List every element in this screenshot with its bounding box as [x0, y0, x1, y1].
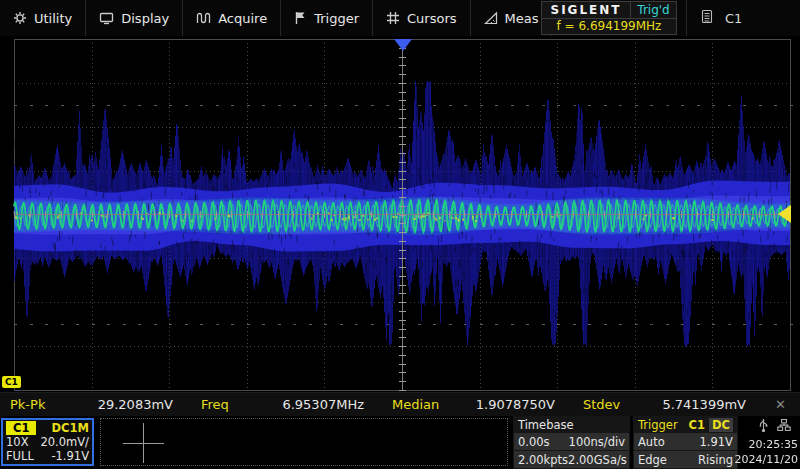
trigger-slope: Rising: [698, 453, 733, 467]
trigger-coupling: DC: [709, 418, 733, 432]
trigger-source: C1: [689, 418, 705, 432]
menu-label: Meas: [505, 11, 539, 26]
menu-utility[interactable]: Utility: [0, 0, 86, 36]
measurement-label: Pk-Pk: [10, 397, 45, 412]
frequency-counter: f = 6.694199MHz: [541, 19, 677, 36]
menu-label: Trigger: [314, 11, 359, 26]
active-channel-menu[interactable]: C1: [725, 11, 742, 26]
menu-cursors[interactable]: Cursors: [373, 0, 471, 36]
waveform-display-area: C1: [0, 36, 800, 392]
measurement-label: Median: [392, 397, 439, 412]
menu-acquire[interactable]: Acquire: [183, 0, 281, 36]
timebase-samplerate: 2.00GSa/s: [568, 453, 627, 467]
menu-label: Display: [121, 11, 169, 26]
measurement-value: 5.741399mV: [662, 397, 746, 412]
flag-icon: [294, 11, 307, 25]
menu-label: Utility: [34, 11, 72, 26]
siglent-logo: SIGLENT: [542, 3, 630, 17]
measurement-median[interactable]: Median 1.9078750V: [382, 397, 573, 412]
channel1-descriptor-box[interactable]: C1 DC1M 10X 20.0mV/ FULL -1.91V: [1, 418, 94, 466]
timebase-title: Timebase: [518, 418, 574, 432]
measurement-label: Freq: [201, 397, 229, 412]
top-menu-bar: Utility Display Acquire Trigger Cursors: [0, 0, 800, 36]
channel-scale: 20.0mV/: [40, 435, 89, 449]
acquire-icon: [196, 11, 211, 25]
trigger-descriptor-box[interactable]: Trigger C1 DC Auto 1.91V Edge Rising: [633, 416, 738, 469]
status-date: 2024/11/20: [735, 453, 798, 466]
status-time: 20:25:35: [749, 438, 798, 451]
lan-icon[interactable]: [777, 418, 791, 435]
trigger-mode: Auto: [638, 435, 665, 449]
measurement-value: 29.2083mV: [98, 397, 173, 412]
clipboard-icon[interactable]: [701, 9, 713, 28]
measurement-stdev[interactable]: Stdev 5.741399mV: [573, 397, 764, 412]
bottom-status-bar: C1 DC1M 10X 20.0mV/ FULL -1.91V Timebase…: [0, 416, 800, 469]
measurement-value: 1.9078750V: [476, 397, 555, 412]
menu-label: Cursors: [407, 11, 457, 26]
channel-name-badge: C1: [6, 421, 36, 435]
close-icon[interactable]: ✕: [769, 397, 792, 412]
trigger-type: Edge: [638, 453, 667, 467]
meas-icon: [484, 11, 498, 25]
measurement-freq[interactable]: Freq 6.95307MHz: [191, 397, 382, 412]
clock-box: 20:25:35 2024/11/20: [740, 416, 800, 469]
trigger-level: 1.91V: [700, 435, 733, 449]
menu-trigger[interactable]: Trigger: [281, 0, 373, 36]
timebase-delay: 0.00s: [518, 435, 550, 449]
trigger-title: Trigger: [638, 418, 678, 432]
add-channel-icon: [123, 443, 164, 444]
oscilloscope-screen: Utility Display Acquire Trigger Cursors: [0, 0, 800, 469]
timebase-scale: 100ns/div: [569, 435, 625, 449]
measurement-value: 6.95307MHz: [282, 397, 364, 412]
channel-coupling: DC1M: [52, 421, 89, 435]
trigger-level-marker[interactable]: [778, 205, 791, 223]
channel-probe: 10X: [6, 435, 29, 449]
waveform-canvas: [0, 36, 800, 392]
measurement-bar: Pk-Pk 29.2083mV Freq 6.95307MHz Median 1…: [0, 392, 800, 416]
channel-bandwidth: FULL: [6, 449, 34, 463]
channel-offset-tag[interactable]: C1: [2, 376, 21, 388]
usb-icon[interactable]: [758, 418, 769, 435]
trigger-position-marker[interactable]: [394, 39, 412, 51]
gear-icon: [13, 11, 27, 25]
channel-offset: -1.91V: [51, 449, 89, 463]
trigger-status-badge: Trig'd: [630, 2, 676, 18]
cursors-icon: [386, 11, 400, 25]
display-icon: [99, 11, 114, 25]
brand-and-trigger-readout: SIGLENT Trig'd f = 6.694199MHz: [541, 1, 677, 35]
empty-channel-slot[interactable]: [100, 418, 508, 466]
top-right-cluster: C1: [686, 0, 800, 36]
menu-label: Acquire: [218, 11, 267, 26]
menu-display[interactable]: Display: [86, 0, 183, 36]
timebase-memdepth: 2.00kpts: [518, 453, 568, 467]
measurement-pkpk[interactable]: Pk-Pk 29.2083mV: [0, 397, 191, 412]
measurement-label: Stdev: [583, 397, 620, 412]
timebase-descriptor-box[interactable]: Timebase 0.00s 100ns/div 2.00kpts 2.00GS…: [513, 416, 630, 469]
